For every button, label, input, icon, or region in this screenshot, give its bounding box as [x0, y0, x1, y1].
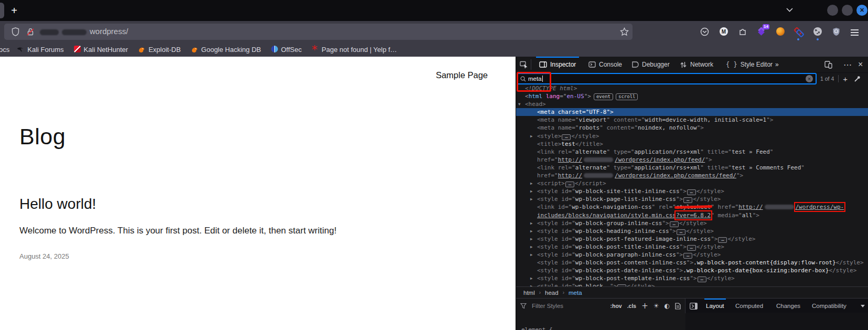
expand-arrow-icon[interactable]: ▶: [530, 132, 533, 140]
light-scheme-icon[interactable]: ☀: [653, 302, 659, 310]
url-text[interactable]: wordpress/: [90, 27, 128, 36]
markup-node[interactable]: ▶<script>…</script>: [516, 179, 868, 187]
markup-node[interactable]: href="http:///wordpress/index.php/feed/"…: [516, 156, 868, 164]
collapsed-content-icon[interactable]: …: [687, 189, 696, 195]
close-window-button[interactable]: ×: [856, 5, 867, 16]
devtools-close-icon[interactable]: ×: [858, 57, 863, 72]
node-badge[interactable]: scroll: [616, 93, 638, 100]
more-tabs-chevrons[interactable]: »: [772, 57, 782, 72]
devtools-tab-style-editor[interactable]: { }Style Editor: [723, 57, 776, 72]
sidebar-tab-layout[interactable]: Layout: [704, 299, 726, 313]
markup-node[interactable]: <link rel="alternate" type="application/…: [516, 164, 868, 172]
markup-node-selected[interactable]: <meta charset="UTF-8">: [516, 108, 868, 116]
markup-node[interactable]: ▶<style id="wp-block-page-list-inline-cs…: [516, 195, 868, 203]
markup-node[interactable]: ▶<style id="wp-block-heading-inline-css"…: [516, 227, 868, 235]
markup-node[interactable]: <meta name="viewport" content="width=dev…: [516, 116, 868, 124]
breadcrumb-item-html[interactable]: html: [523, 290, 535, 296]
responsive-mode-icon[interactable]: [824, 57, 832, 72]
devtools-tab-inspector[interactable]: Inspector: [536, 57, 579, 72]
collapsed-content-icon[interactable]: …: [683, 197, 692, 203]
markup-node[interactable]: ▶<style>…</style>: [516, 132, 868, 140]
sidebar-tab-compatibility[interactable]: Compatibility: [810, 299, 848, 313]
collapsed-content-icon[interactable]: …: [565, 182, 574, 187]
devtools-tab-console[interactable]: Console: [585, 57, 625, 72]
tab-list-chevron-icon[interactable]: [786, 8, 793, 12]
filter-styles-input[interactable]: Filter Styles: [532, 303, 563, 309]
breadcrumb-item-meta[interactable]: meta: [569, 290, 582, 296]
collapsed-content-icon[interactable]: …: [687, 245, 696, 251]
expand-arrow-icon[interactable]: ▶: [530, 274, 533, 282]
expand-arrow-icon[interactable]: ▶: [530, 219, 533, 227]
collapsed-content-icon[interactable]: …: [670, 221, 679, 227]
extension-puzzle-icon[interactable]: [738, 27, 747, 36]
class-toggle-button[interactable]: .cls: [627, 303, 637, 309]
bookmark-star-icon[interactable]: [620, 27, 629, 36]
bookmark-item[interactable]: Exploit-DB: [138, 46, 180, 54]
eyedropper-icon[interactable]: [854, 76, 861, 82]
markup-node[interactable]: ▶<style id="wp-block-post-title-inline-c…: [516, 243, 868, 251]
markup-node[interactable]: <style id="wp-block-post-date-inline-css…: [516, 267, 868, 274]
markup-node[interactable]: includes/blocks/navigation/style.min.css…: [516, 211, 868, 219]
pocket-icon[interactable]: [700, 27, 709, 36]
new-tab-button[interactable]: +: [7, 4, 21, 17]
tracking-shield-icon[interactable]: [12, 27, 19, 36]
expand-arrow-icon[interactable]: ▶: [530, 187, 533, 195]
expand-arrow-icon[interactable]: ▶: [530, 227, 533, 235]
menu-icon[interactable]: [851, 27, 860, 36]
sidebar-tab-computed[interactable]: Computed: [734, 299, 765, 313]
collapsed-content-icon[interactable]: …: [562, 134, 571, 140]
markup-node[interactable]: ▶<style id="wp-block-…">…</style>: [516, 282, 868, 286]
post-title-link[interactable]: Hello world!: [19, 196, 96, 212]
node-badge[interactable]: event: [594, 93, 613, 100]
expand-arrow-icon[interactable]: ▶: [530, 235, 533, 243]
markup-node[interactable]: <meta name="robots" content="noindex, no…: [516, 124, 868, 132]
markup-node[interactable]: href="http:///wordpress/index.php/commen…: [516, 172, 868, 179]
orange-extension-icon[interactable]: [776, 27, 785, 36]
markup-node[interactable]: <style id="wp-block-post-content-inline-…: [516, 259, 868, 267]
collapsed-content-icon[interactable]: …: [683, 253, 692, 259]
expand-arrow-icon[interactable]: ▶: [530, 243, 533, 251]
markup-node[interactable]: ▶<style id="wp-block-group-inline-css">……: [516, 219, 868, 227]
maximize-button[interactable]: [842, 5, 853, 16]
shield-extension-icon[interactable]: [832, 27, 841, 36]
expand-arrow-icon[interactable]: ▶: [530, 179, 533, 187]
add-rule-button[interactable]: +: [641, 301, 648, 311]
expand-sidebar-icon[interactable]: [690, 303, 698, 310]
addons-stack-icon[interactable]: 14: [757, 27, 766, 36]
collapsed-content-icon[interactable]: …: [677, 229, 685, 235]
markup-node[interactable]: <html lang="en-US">eventscroll: [516, 92, 868, 100]
url-bar[interactable]: wordpress/: [4, 24, 633, 40]
markup-node[interactable]: <!DOCTYPE html>: [516, 84, 868, 92]
insecure-lock-icon[interactable]: [26, 27, 35, 36]
clear-search-icon[interactable]: ×: [806, 75, 813, 82]
collapsed-content-icon[interactable]: …: [698, 276, 706, 282]
collapsed-content-icon[interactable]: …: [718, 237, 727, 243]
sidebar-tabs-dropdown-icon[interactable]: [861, 305, 865, 307]
markup-node[interactable]: ▼<head>: [516, 100, 868, 108]
expand-arrow-icon[interactable]: ▶: [530, 251, 533, 259]
breadcrumb-item-head[interactable]: head: [545, 290, 559, 296]
markup-node[interactable]: <link rel="alternate" type="application/…: [516, 148, 868, 156]
expand-arrow-icon[interactable]: ▶: [530, 282, 533, 286]
bookmark-item[interactable]: Kali Forums: [17, 46, 63, 54]
bookmark-item[interactable]: ocs: [0, 46, 9, 54]
pick-element-icon[interactable]: [520, 60, 528, 69]
markup-node[interactable]: ▶<style id="wp-block-post-template-inlin…: [516, 274, 868, 282]
minimize-button[interactable]: [827, 5, 838, 16]
cookie-extension-icon[interactable]: [813, 27, 822, 36]
devtools-menu-icon[interactable]: ⋯: [843, 57, 852, 72]
bookmark-item[interactable]: Kali NetHunter: [74, 46, 128, 54]
print-media-icon[interactable]: [675, 303, 681, 310]
bookmark-item[interactable]: OffSec: [271, 46, 302, 54]
account-icon[interactable]: M: [720, 27, 728, 36]
partial-tab[interactable]: [0, 3, 4, 18]
markup-node[interactable]: ▶<style id="wp-block-paragraph-inline-cs…: [516, 251, 868, 259]
sample-page-link[interactable]: Sample Page: [436, 70, 488, 80]
bookmark-item[interactable]: *Page not found | Yelp f…: [312, 45, 397, 54]
markup-node[interactable]: <link id="wp-block-navigation-css" rel="…: [516, 203, 868, 211]
link-extension-icon[interactable]: [794, 27, 803, 36]
expand-arrow-icon[interactable]: ▶: [530, 195, 533, 203]
create-node-button[interactable]: +: [843, 74, 848, 83]
pseudo-class-button[interactable]: :hov: [610, 303, 621, 309]
markup-node[interactable]: ▶<style id="wp-block-site-title-inline-c…: [516, 187, 868, 195]
